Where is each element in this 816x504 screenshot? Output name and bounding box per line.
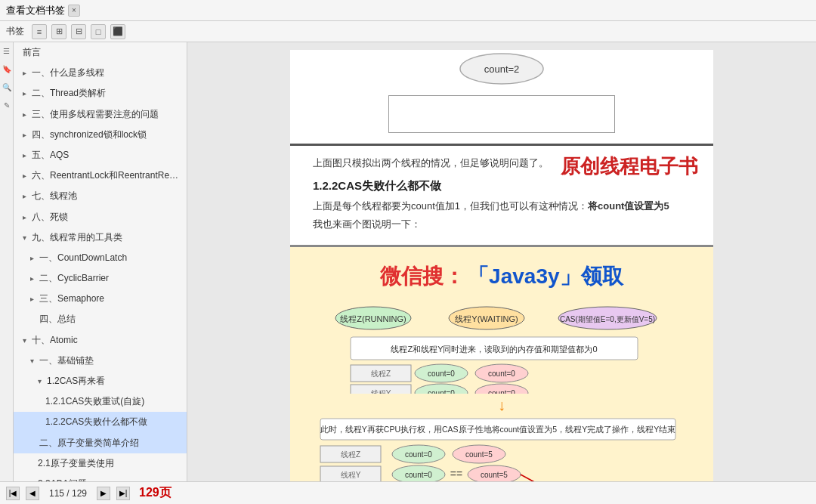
svg-text:此时，线程Y再获CPU执行权，用CAS原子性地将count值: 此时，线程Y再获CPU执行权，用CAS原子性地将count值设置为5，线程Y完成… bbox=[320, 425, 675, 434]
page-label: 129页 bbox=[139, 485, 172, 501]
watermark-text: 原创线程电子书 bbox=[561, 155, 698, 178]
toolbar-btn-page[interactable]: ⬛ bbox=[110, 24, 125, 39]
left-icon-4[interactable]: ✎ bbox=[2, 100, 12, 110]
close-button[interactable]: × bbox=[68, 5, 80, 17]
first-page-btn[interactable]: |◀ bbox=[6, 487, 20, 500]
toolbar: 书签 ≡ ⊞ ⊟ □ ⬛ bbox=[0, 21, 816, 42]
body-text-2: 我也来画个图说明一下： bbox=[313, 218, 691, 231]
sidebar-item-9-3[interactable]: ▸三、Semaphore bbox=[14, 289, 187, 309]
count-oval-diagram: count=2 bbox=[456, 50, 547, 88]
svg-text:count=0: count=0 bbox=[428, 389, 455, 394]
sidebar-item-10-1[interactable]: ▾一、基础铺垫 bbox=[14, 351, 187, 371]
diagram-2: 此时，线程Y再获CPU执行权，用CAS原子性地将count值设置为5，线程Y完成… bbox=[313, 417, 691, 481]
sidebar-item-9-1[interactable]: ▸一、CountDownLatch bbox=[14, 248, 187, 268]
toolbar-btn-grid[interactable]: ⊞ bbox=[51, 24, 66, 39]
svg-text:线程Y(WAITING): 线程Y(WAITING) bbox=[455, 314, 518, 323]
top-bar-title: 查看文档书签 bbox=[6, 4, 65, 17]
left-icon-3[interactable]: 🔍 bbox=[2, 82, 12, 92]
sidebar-item-6[interactable]: ▸六、ReentrantLock和ReentrantReadW... bbox=[14, 165, 187, 186]
body-text-1: 上面是每个线程都要为count值加1，但我们也可以有这种情况：将count值设置… bbox=[313, 199, 691, 213]
sidebar-item-10-2[interactable]: 二、原子变量类简单介绍 bbox=[14, 433, 187, 453]
next-page-btn[interactable]: ▶ bbox=[97, 487, 110, 500]
sidebar-item-4[interactable]: ▸四、synchronized锁和lock锁 bbox=[14, 125, 187, 145]
sidebar-item-5[interactable]: ▸五、AQS bbox=[14, 145, 187, 165]
section-title: 1.2.2CAS失败什么都不做 bbox=[313, 179, 691, 193]
sidebar-item-10[interactable]: ▾十、Atomic bbox=[14, 330, 187, 351]
svg-text:count=0: count=0 bbox=[488, 369, 515, 378]
toolbar-label: 书签 bbox=[6, 25, 24, 38]
sidebar-item-9[interactable]: ▾九、线程常用的工具类 bbox=[14, 227, 187, 248]
svg-text:count=0: count=0 bbox=[488, 389, 515, 394]
bottom-bar: |◀ ◀ 115 / 129 ▶ ▶| 129页 bbox=[0, 481, 816, 504]
diagram-1: 线程Z(RUNNING) 线程Y(WAITING) CAS(期望值E=0,更新值… bbox=[313, 303, 691, 394]
sidebar-item-preface[interactable]: 前言 bbox=[14, 42, 187, 63]
svg-text:count=5: count=5 bbox=[465, 450, 493, 459]
svg-text:线程Z: 线程Z bbox=[341, 450, 360, 459]
svg-text:线程Y: 线程Y bbox=[341, 471, 361, 479]
toolbar-btn-list[interactable]: ⊟ bbox=[71, 24, 86, 39]
svg-text:count=0: count=0 bbox=[405, 450, 432, 459]
content-area[interactable]: count=2 原创线程电子书 上面图只模拟出两个线程的情况，但足够说明问题了。… bbox=[187, 42, 816, 481]
prev-page-btn[interactable]: ◀ bbox=[26, 487, 39, 500]
page-info: 115 / 129 bbox=[45, 488, 91, 499]
svg-text:count=0: count=0 bbox=[405, 471, 432, 479]
svg-text:count=2: count=2 bbox=[484, 63, 520, 75]
sidebar: 前言 ▸一、什么是多线程 ▸二、Thread类解析 ▸三、使用多线程需要注意的问… bbox=[14, 42, 187, 481]
left-icon-2[interactable]: 🔖 bbox=[2, 63, 12, 74]
sidebar-item-7[interactable]: ▸七、线程池 bbox=[14, 186, 187, 206]
last-page-btn[interactable]: ▶| bbox=[116, 487, 130, 500]
svg-text:线程Z: 线程Z bbox=[371, 369, 391, 378]
svg-text:线程Z(RUNNING): 线程Z(RUNNING) bbox=[340, 314, 406, 323]
svg-text:count=5: count=5 bbox=[481, 471, 508, 479]
sidebar-item-10-1-2-1[interactable]: 1.2.1CAS失败重试(自旋) bbox=[14, 391, 187, 412]
toolbar-btn-menu[interactable]: ≡ bbox=[32, 24, 47, 39]
sidebar-item-9-2[interactable]: ▸二、CyclicBarrier bbox=[14, 268, 187, 289]
sidebar-item-9-4[interactable]: 四、总结 bbox=[14, 309, 187, 329]
sidebar-item-8[interactable]: ▸八、死锁 bbox=[14, 207, 187, 227]
svg-text:==: == bbox=[450, 468, 462, 480]
banner-wechat: 微信搜： bbox=[380, 264, 465, 288]
page-current: 115 bbox=[49, 488, 64, 499]
sidebar-item-10-2-1[interactable]: 2.1原子变量类使用 bbox=[14, 453, 187, 474]
sidebar-item-10-1-2[interactable]: ▾1.2CAS再来看 bbox=[14, 371, 187, 391]
svg-text:CAS(期望值E=0,更新值V=5): CAS(期望值E=0,更新值V=5) bbox=[560, 315, 655, 323]
page-total: 129 bbox=[72, 488, 87, 499]
svg-line-37 bbox=[521, 475, 547, 481]
toolbar-btn-window[interactable]: □ bbox=[91, 24, 106, 39]
sidebar-item-2[interactable]: ▸二、Thread类解析 bbox=[14, 83, 187, 104]
left-icon-1[interactable]: ☰ bbox=[2, 45, 12, 56]
svg-text:count=0: count=0 bbox=[428, 369, 455, 378]
svg-text:线程Z和线程Y同时进来，读取到的内存值和期望值都为0: 线程Z和线程Y同时进来，读取到的内存值和期望值都为0 bbox=[391, 345, 597, 354]
sidebar-item-10-2-2[interactable]: 2.2ABA问题 bbox=[14, 474, 187, 481]
sidebar-item-10-1-2-2[interactable]: 1.2.2CAS失败什么都不做 bbox=[14, 412, 187, 432]
main-area: ☰ 🔖 🔍 ✎ 前言 ▸一、什么是多线程 ▸二、Thread类解析 ▸三、使用多… bbox=[0, 42, 816, 481]
svg-text:线程Y: 线程Y bbox=[371, 389, 391, 394]
banner-java3y: 「Java3y」领取 bbox=[468, 264, 623, 288]
top-bar: 查看文档书签 × bbox=[0, 0, 816, 21]
sidebar-item-1[interactable]: ▸一、什么是多线程 bbox=[14, 63, 187, 83]
sidebar-item-3[interactable]: ▸三、使用多线程需要注意的问题 bbox=[14, 104, 187, 125]
left-icon-panel: ☰ 🔖 🔍 ✎ bbox=[0, 42, 14, 481]
